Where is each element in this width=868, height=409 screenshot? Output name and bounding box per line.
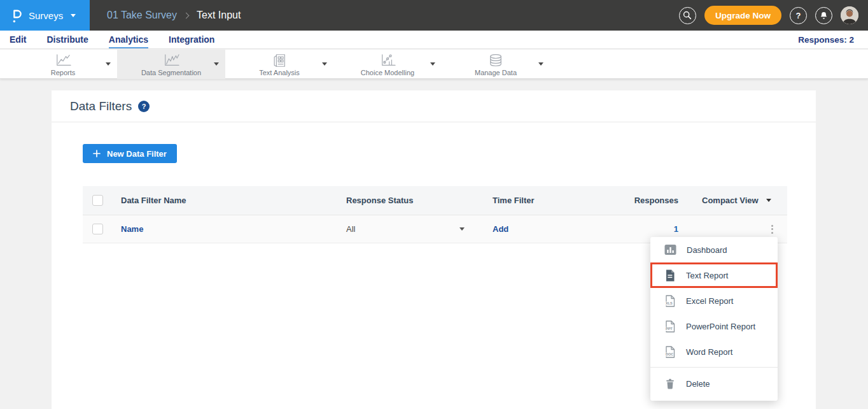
surveys-menu[interactable]: Surveys [0,0,90,31]
toolbar-item-reports[interactable]: Reports [9,50,117,79]
toolbar-item-label: Reports [51,69,76,76]
responses-count: Responses: 2 [798,31,854,48]
menu-item-word-report[interactable]: DOC Word Report [650,339,778,364]
panel-header: Data Filters ? [52,90,816,122]
filter-name-link[interactable]: Name [121,224,143,234]
menu-item-text-report[interactable]: Text Report [650,262,778,288]
toolbar-item-label: Choice Modelling [361,69,414,76]
tab-analytics[interactable]: Analytics [109,31,148,48]
analytics-toolbar: Reports Data Segmentation Text Analysis [0,50,868,79]
time-filter-add-link[interactable]: Add [493,224,508,234]
chevron-down-icon [459,227,465,231]
select-all-checkbox[interactable] [92,195,103,206]
text-analysis-icon [269,53,290,68]
text-analysis-dropdown-caret-icon[interactable] [322,62,327,66]
breadcrumb: 01 Take Survey Text Input [107,10,241,21]
choice-modelling-icon [377,53,398,68]
menu-item-dashboard[interactable]: Dashboard [650,237,778,262]
database-icon [485,53,507,68]
tab-edit[interactable]: Edit [10,31,26,48]
search-icon [682,10,692,20]
column-header-response-status: Response Status [341,196,487,205]
response-status-value: All [346,224,355,234]
data-filters-help-icon[interactable]: ? [138,101,150,112]
menu-item-label: Excel Report [686,296,733,306]
user-avatar[interactable] [841,6,858,24]
data-segmentation-dropdown-caret-icon[interactable] [214,62,219,66]
avatar-photo [841,6,858,24]
search-button[interactable] [679,7,696,24]
file-type-badge: DOC [666,352,673,356]
data-filters-table: Data Filter Name Response Status Time Fi… [83,186,787,243]
tab-distribute[interactable]: Distribute [46,31,88,48]
column-header-name: Data Filter Name [121,196,341,205]
chevron-down-icon [71,14,76,17]
toolbar-item-data-segmentation[interactable]: Data Segmentation [117,50,225,79]
chevron-down-icon [766,199,771,202]
menu-item-label: Word Report [686,347,732,357]
xls-file-icon: XLS [664,295,676,307]
bell-icon [819,11,829,20]
menu-item-label: Text Report [686,271,728,280]
ppt-file-icon: PPT [664,320,676,333]
file-type-badge: PPT [666,327,673,331]
toolbar-item-label: Text Analysis [259,69,300,76]
table-header-row: Data Filter Name Response Status Time Fi… [83,186,787,215]
breadcrumb-survey-link[interactable]: 01 Take Survey [107,10,177,21]
row-checkbox-cell [83,224,121,234]
new-data-filter-button[interactable]: New Data Filter [83,144,177,163]
product-name: Surveys [29,10,63,21]
questionpro-logo-icon [10,7,23,24]
menu-item-delete[interactable]: Delete [650,368,778,399]
row-responses-count[interactable]: 1 [674,224,678,234]
toolbar-item-label: Data Segmentation [141,69,201,76]
trash-icon [664,378,676,390]
choice-modelling-dropdown-caret-icon[interactable] [430,62,435,66]
new-data-filter-label: New Data Filter [107,149,167,159]
toolbar-item-manage-data[interactable]: Manage Data [442,50,550,79]
compact-view-selector[interactable]: Compact View [678,196,787,205]
app-window: Surveys 01 Take Survey Text Input Upgrad… [0,0,868,409]
toolbar-item-label: Manage Data [475,69,517,76]
menu-item-excel-report[interactable]: XLS Excel Report [650,288,778,313]
menu-item-label: Dashboard [687,245,727,255]
upgrade-now-button[interactable]: Upgrade Now [704,6,781,25]
header-checkbox-cell [83,195,121,206]
manage-data-dropdown-caret-icon[interactable] [538,62,543,66]
compact-view-label: Compact View [702,196,759,205]
tab-integration[interactable]: Integration [169,31,214,48]
menu-item-label: Delete [686,379,710,389]
menu-item-label: PowerPoint Report [686,322,755,331]
row-checkbox[interactable] [92,224,103,234]
row-actions-kebab-icon[interactable] [678,225,787,234]
toolbar-item-text-analysis[interactable]: Text Analysis [225,50,333,79]
doc-file-icon: DOC [664,346,676,358]
text-report-icon [664,269,676,282]
file-type-badge: XLS [666,301,673,305]
segmentation-chart-icon [160,53,182,68]
topbar-actions: Upgrade Now ? [679,6,868,25]
top-bar: Surveys 01 Take Survey Text Input Upgrad… [0,0,868,31]
page-title: Data Filters [70,99,132,113]
help-button[interactable]: ? [790,7,807,24]
plus-icon [93,150,101,157]
line-chart-icon [52,53,74,68]
column-header-time-filter: Time Filter [487,196,615,205]
reports-dropdown-caret-icon[interactable] [106,62,111,66]
column-header-responses: Responses [615,196,678,205]
survey-nav-tabs: Edit Distribute Analytics Integration Re… [0,31,868,49]
response-status-dropdown[interactable]: All [341,224,487,234]
row-actions-menu: Dashboard Text Report XLS Excel Report [650,237,778,401]
question-mark-icon: ? [796,11,801,20]
notifications-button[interactable] [815,7,832,24]
menu-item-powerpoint-report[interactable]: PPT PowerPoint Report [650,313,778,339]
breadcrumb-current-page: Text Input [197,10,241,21]
chevron-right-icon [183,12,190,18]
toolbar-item-choice-modelling[interactable]: Choice Modelling [333,50,442,79]
dashboard-icon [664,244,676,255]
